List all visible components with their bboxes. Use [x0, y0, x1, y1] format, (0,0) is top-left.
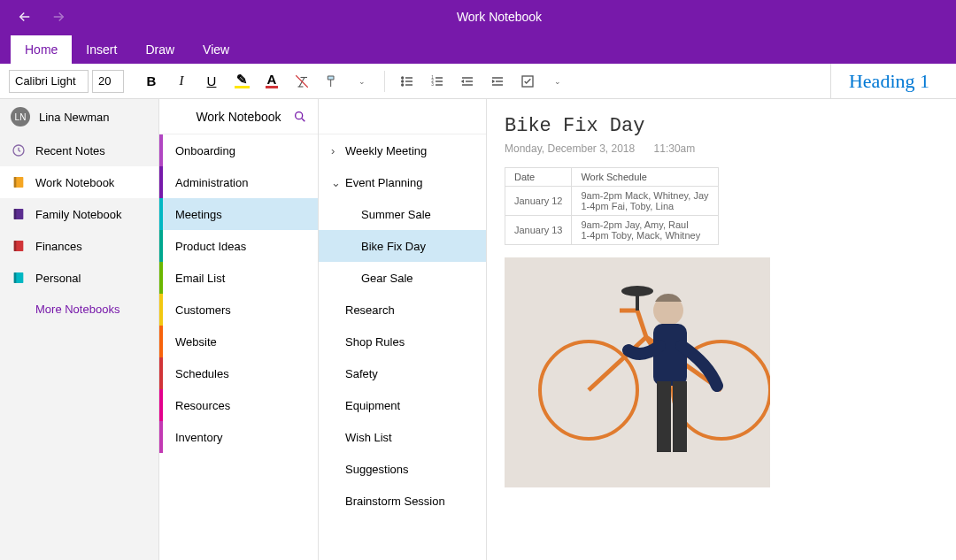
cell-schedule: 9am-2pm Mack, Whitney, Jay1-4pm Fai, Tob… [572, 187, 718, 216]
section-item[interactable]: Schedules [159, 357, 318, 389]
format-painter-button[interactable] [319, 68, 345, 95]
page-item[interactable]: ⌄Event Planning [319, 166, 486, 198]
page-item[interactable]: Bike Fix Day [319, 230, 486, 262]
indent-button[interactable] [484, 68, 511, 95]
collapse-icon[interactable]: ⌄ [331, 176, 340, 189]
svg-point-0 [402, 77, 404, 79]
pages-pane: ›Weekly Meeting⌄Event PlanningSummer Sal… [319, 99, 487, 560]
page-title[interactable]: Bike Fix Day [505, 115, 938, 137]
notebook-nav: LN Lina Newman Recent Notes Work Noteboo… [0, 99, 159, 560]
section-item[interactable]: Customers [159, 294, 318, 326]
notebook-label: Family Notebook [35, 208, 122, 221]
notebook-icon [11, 238, 27, 254]
svg-rect-23 [657, 381, 671, 452]
notebook-item[interactable]: Finances [0, 230, 158, 262]
svg-text:3: 3 [431, 82, 434, 87]
page-item[interactable]: ›Weekly Meeting [319, 134, 486, 166]
table-header-schedule: Work Schedule [572, 168, 718, 187]
more-font-button[interactable]: ⌄ [349, 68, 375, 95]
svg-rect-15 [14, 272, 17, 283]
page-item[interactable]: Equipment [319, 389, 486, 421]
more-notebooks-link[interactable]: More Notebooks [0, 294, 158, 325]
svg-rect-22 [653, 324, 687, 386]
page-canvas[interactable]: Bike Fix Day Monday, December 3, 2018 11… [487, 99, 956, 560]
page-label: Safety [345, 367, 378, 380]
svg-rect-13 [14, 241, 17, 251]
page-item[interactable]: Safety [319, 357, 486, 389]
schedule-table[interactable]: Date Work Schedule January 129am-2pm Mac… [505, 167, 719, 245]
table-row[interactable]: January 129am-2pm Mack, Whitney, Jay1-4p… [505, 187, 719, 216]
notebook-item[interactable]: Work Notebook [0, 166, 158, 198]
table-header-date: Date [505, 168, 572, 187]
page-item[interactable]: Wish List [319, 421, 486, 453]
svg-point-1 [402, 81, 404, 82]
svg-rect-9 [14, 177, 17, 188]
page-item[interactable]: Summer Sale [319, 198, 486, 230]
styles-heading[interactable]: Heading 1 [830, 64, 947, 98]
todo-tag-button[interactable] [514, 68, 541, 95]
section-label: Product Ideas [175, 240, 246, 253]
section-item[interactable]: Meetings [159, 198, 318, 230]
svg-rect-11 [14, 209, 17, 219]
sections-header: Work Notebook [159, 99, 318, 134]
tab-draw[interactable]: Draw [131, 35, 189, 64]
section-label: Resources [175, 399, 230, 412]
italic-button[interactable]: I [168, 68, 195, 95]
page-label: Summer Sale [361, 208, 431, 221]
section-label: Website [175, 335, 217, 349]
embedded-image[interactable] [505, 257, 770, 487]
outdent-button[interactable] [454, 68, 481, 95]
recent-notes[interactable]: Recent Notes [0, 134, 158, 166]
page-time: 11:30am [654, 142, 696, 155]
notebook-item[interactable]: Personal [0, 262, 158, 294]
bullet-list-button[interactable] [394, 68, 420, 95]
section-item[interactable]: Website [159, 326, 318, 357]
page-label: Gear Sale [361, 272, 413, 285]
underline-button[interactable]: U [198, 68, 225, 95]
font-size-input[interactable] [92, 70, 124, 93]
notebook-item[interactable]: Family Notebook [0, 198, 158, 230]
back-button[interactable] [16, 8, 34, 26]
search-icon[interactable] [293, 110, 307, 124]
svg-point-16 [296, 111, 303, 119]
bold-button[interactable]: B [138, 68, 165, 95]
page-item[interactable]: Gear Sale [319, 262, 486, 294]
section-item[interactable]: Inventory [159, 421, 318, 453]
svg-point-20 [621, 286, 653, 296]
page-label: Bike Fix Day [361, 240, 426, 253]
section-item[interactable]: Administration [159, 166, 318, 198]
section-label: Email List [175, 272, 225, 285]
number-list-button[interactable]: 123 [424, 68, 451, 95]
highlight-button[interactable]: ✎ [228, 68, 255, 95]
font-color-button[interactable]: A [258, 68, 285, 95]
tab-view[interactable]: View [189, 35, 243, 64]
more-paragraph-button[interactable]: ⌄ [544, 68, 571, 95]
expand-icon[interactable]: › [331, 144, 340, 157]
user-row[interactable]: LN Lina Newman [0, 99, 158, 134]
clear-formatting-button[interactable] [289, 68, 315, 95]
font-name-input[interactable] [9, 70, 89, 93]
ribbon: B I U ✎ A ⌄ 123 ⌄ Heading 1 [0, 64, 956, 99]
section-item[interactable]: Onboarding [159, 134, 318, 166]
page-label: Equipment [345, 399, 400, 412]
cell-date: January 12 [505, 187, 572, 216]
notebook-icon [11, 206, 27, 222]
page-label: Research [345, 303, 395, 317]
page-label: Event Planning [345, 176, 422, 189]
section-item[interactable]: Product Ideas [159, 230, 318, 262]
ribbon-tabs: Home Insert Draw View [0, 34, 956, 64]
avatar: LN [11, 107, 30, 127]
page-item[interactable]: Suggestions [319, 453, 486, 485]
clock-icon [11, 142, 27, 158]
svg-rect-24 [673, 381, 687, 452]
tab-insert[interactable]: Insert [72, 35, 131, 64]
table-row[interactable]: January 139am-2pm Jay, Amy, Raul1-4pm To… [505, 216, 719, 245]
page-item[interactable]: Research [319, 294, 486, 326]
tab-home[interactable]: Home [11, 35, 72, 64]
user-name: Lina Newman [39, 111, 110, 124]
section-item[interactable]: Resources [159, 389, 318, 421]
section-item[interactable]: Email List [159, 262, 318, 294]
page-item[interactable]: Brainstorm Session [319, 485, 486, 517]
page-item[interactable]: Shop Rules [319, 326, 486, 357]
forward-button[interactable] [50, 8, 67, 26]
